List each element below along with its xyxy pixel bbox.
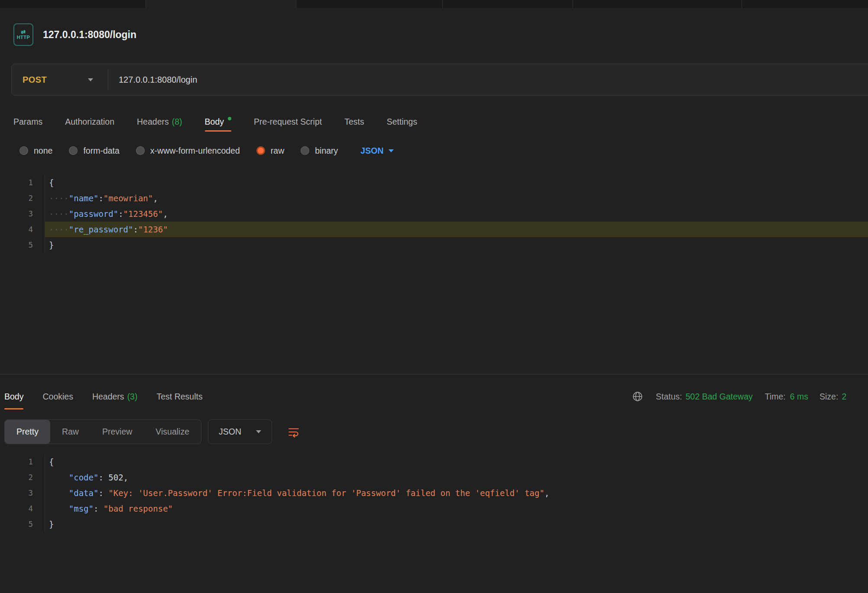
radio-icon bbox=[301, 146, 309, 155]
line-number: 3 bbox=[0, 206, 33, 222]
code-line[interactable]: 5} bbox=[0, 516, 868, 532]
workspace-tab[interactable] bbox=[296, 0, 443, 8]
workspace-tab[interactable] bbox=[742, 0, 868, 8]
body-mode-form-data[interactable]: form-data bbox=[69, 146, 119, 156]
body-mode-row: none form-data x-www-form-urlencoded raw… bbox=[19, 142, 394, 159]
tab-body[interactable]: Body bbox=[205, 112, 231, 132]
code-line[interactable]: 1{ bbox=[0, 454, 868, 470]
body-mode-x-www-form-urlencoded[interactable]: x-www-form-urlencoded bbox=[136, 146, 240, 156]
tab-pre-request-script[interactable]: Pre-request Script bbox=[254, 112, 322, 132]
fold-gutter[interactable] bbox=[33, 454, 45, 470]
code-line[interactable]: 2····"name":"meowrian", bbox=[0, 190, 868, 206]
response-tab-headers[interactable]: Headers(3) bbox=[92, 384, 138, 409]
fold-gutter[interactable] bbox=[33, 206, 45, 222]
radio-selected-icon bbox=[256, 146, 265, 155]
fold-gutter[interactable] bbox=[33, 237, 45, 253]
fold-gutter[interactable] bbox=[33, 175, 45, 190]
line-number: 5 bbox=[0, 516, 33, 532]
code-text: "msg": "bad response" bbox=[45, 501, 868, 516]
workspace-tab[interactable] bbox=[0, 0, 146, 8]
request-title: 127.0.0.1:8080/login bbox=[43, 29, 136, 41]
radio-icon bbox=[69, 146, 78, 155]
response-tab-body[interactable]: Body bbox=[4, 384, 23, 409]
url-input[interactable]: 127.0.0.1:8080/login bbox=[108, 75, 197, 85]
pane-divider[interactable] bbox=[0, 374, 868, 374]
radio-icon bbox=[136, 146, 145, 155]
code-line[interactable]: 5} bbox=[0, 237, 868, 253]
code-line[interactable]: 4····"re_password":"1236" bbox=[0, 222, 868, 237]
code-line[interactable]: 2 "code": 502, bbox=[0, 470, 868, 485]
workspace-tabbar bbox=[0, 0, 868, 8]
body-mode-raw[interactable]: raw bbox=[256, 146, 284, 156]
code-text: { bbox=[45, 175, 868, 190]
network-globe-icon[interactable] bbox=[632, 391, 643, 402]
wrap-lines-icon bbox=[288, 426, 300, 438]
tab-tests[interactable]: Tests bbox=[344, 112, 364, 132]
view-preview[interactable]: Preview bbox=[91, 420, 144, 444]
wrap-lines-button[interactable] bbox=[282, 419, 306, 444]
line-number: 2 bbox=[0, 190, 33, 206]
view-visualize[interactable]: Visualize bbox=[144, 420, 201, 444]
code-line[interactable]: 1{ bbox=[0, 175, 868, 190]
radio-icon bbox=[19, 146, 28, 155]
fold-gutter[interactable] bbox=[33, 222, 45, 237]
workspace-tab[interactable] bbox=[573, 0, 742, 8]
status-value: 502 Bad Gateway bbox=[686, 392, 753, 402]
line-number: 1 bbox=[0, 454, 33, 470]
code-line[interactable]: 3 "data": "Key: 'User.Password' Error:Fi… bbox=[0, 485, 868, 501]
tab-authorization[interactable]: Authorization bbox=[65, 112, 114, 132]
response-tab-test-results[interactable]: Test Results bbox=[156, 384, 202, 409]
fold-gutter[interactable] bbox=[33, 516, 45, 532]
fold-gutter[interactable] bbox=[33, 501, 45, 516]
method-label: POST bbox=[23, 75, 47, 85]
body-language-select[interactable]: JSON bbox=[360, 146, 394, 156]
fold-gutter[interactable] bbox=[33, 470, 45, 485]
response-body-viewer[interactable]: 1{2 "code": 502,3 "data": "Key: 'User.Pa… bbox=[0, 454, 868, 593]
fold-gutter[interactable] bbox=[33, 485, 45, 501]
chevron-down-icon bbox=[389, 149, 394, 152]
response-headers-count: (3) bbox=[127, 392, 138, 402]
tab-headers[interactable]: Headers(8) bbox=[137, 112, 182, 132]
response-header: Body Cookies Headers(3) Test Results Sta… bbox=[4, 384, 868, 409]
view-raw[interactable]: Raw bbox=[50, 420, 91, 444]
fold-gutter[interactable] bbox=[33, 190, 45, 206]
method-select[interactable]: POST bbox=[12, 64, 108, 95]
line-number: 2 bbox=[0, 470, 33, 485]
http-request-icon: ⇄ HTTP bbox=[13, 23, 33, 46]
size-label: Size: bbox=[819, 392, 838, 402]
url-bar: POST 127.0.0.1:8080/login bbox=[11, 64, 868, 96]
chevron-down-icon bbox=[256, 430, 261, 433]
response-toolbar: Pretty Raw Preview Visualize JSON bbox=[4, 419, 306, 444]
code-text: { bbox=[45, 454, 868, 470]
workspace-tab[interactable] bbox=[443, 0, 573, 8]
code-text: } bbox=[45, 516, 868, 532]
tab-params[interactable]: Params bbox=[13, 112, 42, 132]
code-text: } bbox=[45, 237, 868, 253]
code-line[interactable]: 3····"password":"123456", bbox=[0, 206, 868, 222]
view-pretty[interactable]: Pretty bbox=[5, 420, 50, 444]
request-title-row: ⇄ HTTP 127.0.0.1:8080/login bbox=[13, 23, 136, 47]
request-body-editor[interactable]: 1{2····"name":"meowrian",3····"password"… bbox=[0, 170, 868, 374]
status-label: Status: bbox=[656, 392, 682, 402]
code-text: "data": "Key: 'User.Password' Error:Fiel… bbox=[45, 485, 868, 501]
tab-settings[interactable]: Settings bbox=[387, 112, 417, 132]
response-tab-cookies[interactable]: Cookies bbox=[42, 384, 73, 409]
code-text: ····"re_password":"1236" bbox=[45, 222, 868, 237]
code-text: "code": 502, bbox=[45, 470, 868, 485]
response-format-select[interactable]: JSON bbox=[208, 419, 272, 444]
workspace-tab-active[interactable] bbox=[146, 0, 296, 8]
time-value: 6 ms bbox=[790, 392, 808, 402]
body-mode-binary[interactable]: binary bbox=[301, 146, 338, 156]
code-text: ····"password":"123456", bbox=[45, 206, 868, 222]
request-editor-lines: 1{2····"name":"meowrian",3····"password"… bbox=[0, 175, 868, 253]
line-number: 1 bbox=[0, 175, 33, 190]
response-status-bar: Status: 502 Bad Gateway Time: 6 ms Size:… bbox=[632, 384, 846, 409]
response-view-switcher: Pretty Raw Preview Visualize bbox=[4, 419, 201, 444]
chevron-down-icon bbox=[88, 78, 93, 81]
line-number: 3 bbox=[0, 485, 33, 501]
code-line[interactable]: 4 "msg": "bad response" bbox=[0, 501, 868, 516]
body-mode-none[interactable]: none bbox=[19, 146, 52, 156]
arrows-icon: ⇄ bbox=[21, 29, 26, 35]
time-label: Time: bbox=[765, 392, 786, 402]
code-text: ····"name":"meowrian", bbox=[45, 190, 868, 206]
